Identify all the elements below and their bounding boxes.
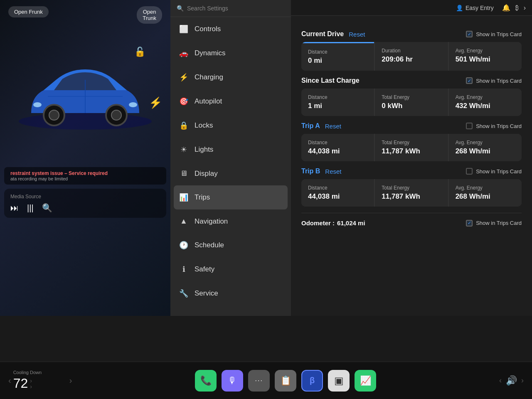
sidebar-item-charging[interactable]: ⚡ Charging <box>170 65 291 89</box>
svg-point-8 <box>129 102 137 107</box>
sidebar-item-navigation[interactable]: ▲ Navigation <box>170 209 291 233</box>
sidebar-item-locks[interactable]: 🔒 Locks <box>170 113 291 138</box>
temp-value: 72 <box>13 376 28 391</box>
slc-distance-label: Distance <box>308 94 367 100</box>
slc-total-energy-value: 0 kWh <box>382 102 441 110</box>
service-icon: 🔧 <box>179 289 189 298</box>
sidebar-item-dynamics[interactable]: 🚗 Dynamics <box>170 41 291 65</box>
trip-a-total-energy-value: 11,787 kWh <box>382 147 441 155</box>
skip-forward-button[interactable]: ⏭ <box>10 203 19 213</box>
navigation-icon: ▲ <box>179 217 189 226</box>
volume-icon[interactable]: 🔊 <box>506 375 517 386</box>
odometer-label: Odometer : <box>301 219 335 227</box>
trips-content: Current Drive Reset ✓ Show in Trips Card… <box>291 16 532 316</box>
voice-app-icon[interactable]: 🎙 <box>222 370 243 392</box>
media-label: Media Source <box>10 194 160 200</box>
sidebar-item-label: Lights <box>195 145 213 154</box>
trip-a-avg-energy-cell: Avg. Energy 268 Wh/mi <box>449 134 522 161</box>
slc-energy-cell: Total Energy 0 kWh <box>375 89 448 116</box>
trip-a-show-trips[interactable]: Show in Trips Card <box>466 123 522 129</box>
chart-app-icon[interactable]: 📈 <box>355 370 376 392</box>
trip-a-total-energy-cell: Total Energy 11,787 kWh <box>375 134 448 161</box>
trip-a-avg-energy-label: Avg. Energy <box>456 140 515 145</box>
search-bar: 🔍 Search Settings <box>170 0 291 17</box>
sidebar-item-label: Display <box>195 170 218 178</box>
sidebar-item-schedule[interactable]: 🕐 Schedule <box>170 233 291 257</box>
taskbar-apps: 📞 🎙 ··· 📋 β ▣ 📈 <box>72 370 499 392</box>
current-drive-stats: Distance 0 mi Duration 209:06 hr Avg. En… <box>301 42 522 71</box>
current-drive-reset-button[interactable]: Reset <box>349 31 365 38</box>
sidebar-item-software[interactable]: ⬇ Software <box>170 305 291 310</box>
more-icon[interactable]: › <box>524 4 526 12</box>
left-nav-arrow[interactable]: ‹ <box>499 376 502 385</box>
slc-avg-energy-label: Avg. Energy <box>456 94 515 100</box>
sidebar-item-autopilot[interactable]: 🎯 Autopilot <box>170 89 291 113</box>
slc-distance-cell: Distance 1 mi <box>301 89 374 116</box>
current-drive-distance-value: 0 mi <box>308 57 367 65</box>
current-drive-checkbox[interactable]: ✓ <box>466 31 473 37</box>
since-last-charge-show-trips[interactable]: ✓ Show in Trips Card <box>466 77 522 84</box>
trip-a-reset-button[interactable]: Reset <box>325 123 341 130</box>
trip-b-reset-button[interactable]: Reset <box>325 168 341 175</box>
info-app-icon[interactable]: 📋 <box>275 370 296 392</box>
odometer-checkbox[interactable]: ✓ <box>466 220 473 227</box>
trips-icon: 📊 <box>179 193 189 202</box>
temp-label: Cooling Down <box>13 370 42 375</box>
current-drive-energy-cell: Avg. Energy 501 Wh/mi <box>449 42 522 71</box>
car-image-area: 🔓 ⚡ <box>0 30 170 163</box>
alert-main-text: restraint system issue – Service require… <box>10 170 160 176</box>
current-drive-header: Current Drive Reset ✓ Show in Trips Card <box>301 30 522 38</box>
sidebar-item-label: Safety <box>195 265 214 273</box>
right-arrow-icon[interactable]: › <box>69 376 72 385</box>
alert-bar: restraint system issue – Service require… <box>4 167 166 185</box>
trip-b-header: Trip B Reset Show in Trips Card <box>301 167 522 175</box>
lightning-icon: ⚡ <box>149 96 162 109</box>
trip-a-checkbox[interactable] <box>466 123 473 129</box>
temp-up-arrow[interactable]: › <box>30 378 32 384</box>
settings-menu: ⬜ Controls 🚗 Dynamics ⚡ Charging 🎯 Autop… <box>170 17 291 310</box>
open-frunk-button[interactable]: Open Frunk <box>8 6 49 17</box>
bell-icon[interactable]: 🔔 <box>502 4 510 12</box>
card-app-icon[interactable]: ▣ <box>328 370 350 392</box>
right-nav-arrow[interactable]: › <box>521 376 524 385</box>
trip-b-show-trips[interactable]: Show in Trips Card <box>466 168 522 175</box>
slc-avg-energy-cell: Avg. Energy 432 Wh/mi <box>449 89 522 116</box>
since-last-charge-checkbox[interactable]: ✓ <box>466 77 473 84</box>
temp-down-arrow[interactable]: › <box>30 384 32 389</box>
odometer-row: Odometer : 61,024 mi ✓ Show in Trips Car… <box>301 213 522 233</box>
bluetooth-header-icon[interactable]: ₿ <box>515 4 519 12</box>
trip-b-distance-label: Distance <box>308 185 367 191</box>
current-drive-energy-value: 501 Wh/mi <box>456 55 515 64</box>
trip-b-total-energy-cell: Total Energy 11,787 kWh <box>375 179 448 207</box>
sidebar-item-display[interactable]: 🖥 Display <box>170 162 291 185</box>
odometer-show-trips[interactable]: ✓ Show in Trips Card <box>466 220 522 227</box>
equalizer-button[interactable]: ||| <box>27 203 34 213</box>
left-arrow-icon[interactable]: ‹ <box>8 376 11 385</box>
trip-b-total-energy-label: Total Energy <box>382 185 441 191</box>
bluetooth-app-icon[interactable]: β <box>301 370 323 392</box>
trip-a-total-energy-label: Total Energy <box>382 140 441 145</box>
trip-b-show-trips-label: Show in Trips Card <box>476 168 522 175</box>
sidebar-item-label: Trips <box>195 193 210 202</box>
trip-a-avg-energy-value: 268 Wh/mi <box>456 147 515 155</box>
sidebar-item-safety[interactable]: ℹ Safety <box>170 257 291 281</box>
current-drive-show-trips[interactable]: ✓ Show in Trips Card <box>466 31 522 37</box>
search-media-button[interactable]: 🔍 <box>42 203 52 213</box>
sidebar-item-service[interactable]: 🔧 Service <box>170 281 291 305</box>
open-trunk-button[interactable]: OpenTrunk <box>137 6 162 24</box>
current-drive-duration-label: Duration <box>382 48 441 54</box>
phone-app-icon[interactable]: 📞 <box>195 370 217 392</box>
car-panel: Open Frunk OpenTrunk 🔓 ⚡ <box>0 0 170 316</box>
trip-a-show-trips-label: Show in Trips Card <box>476 123 522 129</box>
sidebar-item-controls[interactable]: ⬜ Controls <box>170 17 291 41</box>
sidebar-item-label: Schedule <box>195 241 224 249</box>
current-drive-duration-value: 209:06 hr <box>382 55 441 64</box>
since-last-charge-title: Since Last Charge <box>301 77 360 84</box>
since-last-charge-header: Since Last Charge ✓ Show in Trips Card <box>301 77 522 84</box>
sidebar-item-lights[interactable]: ☀ Lights <box>170 138 291 162</box>
trip-b-total-energy-value: 11,787 kWh <box>382 192 441 201</box>
sidebar-item-trips[interactable]: 📊 Trips <box>174 185 288 209</box>
trip-b-checkbox[interactable] <box>466 168 473 175</box>
more-apps-icon[interactable]: ··· <box>248 370 270 392</box>
schedule-icon: 🕐 <box>179 241 189 250</box>
